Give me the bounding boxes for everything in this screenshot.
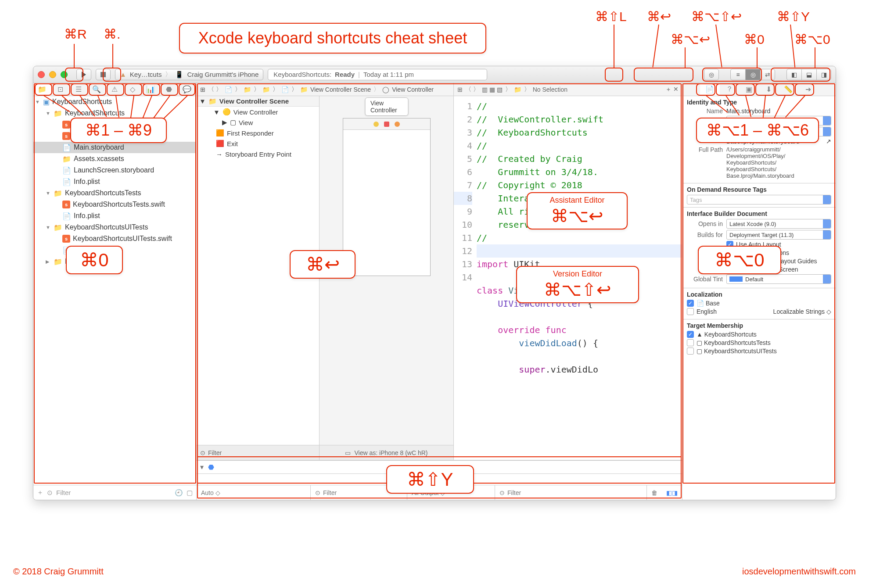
opens-in-dropdown[interactable]: Latest Xcode (9.0) [726,219,831,229]
outline-row[interactable]: ▶▢View [197,117,319,128]
navigator-filter-bar: ＋ ⊙ Filter 🕘 ▢ [33,485,196,500]
tree-row[interactable]: 📁Assets.xcassets [33,153,196,165]
inspector-panel: 📄 ？ ▣ ⬇ 📏 ➜ Identity and Type NameMain.s… [682,83,836,500]
tags-field[interactable]: Tags [687,195,831,204]
tree-row[interactable]: sKeyboardShortcutsTests.swift [33,199,196,210]
navigator-panel: 📁 ⊡ ☰ 🔍 ⚠ ◇ 📊 ⬣ 💬 ▼ ▣ KeyboardShortcuts … [33,83,197,500]
scm-filter-icon[interactable]: ▢ [187,489,193,497]
target-1-checkbox[interactable]: ✓ [687,331,694,338]
footer-copyright: © 2018 Craig Grummitt [13,566,104,577]
canvas-vc-title: View Controller [365,97,408,116]
issue-navigator-tab[interactable]: ⚠ [106,83,124,96]
outline-row[interactable]: ▼🟡View Controller [197,107,319,117]
variables-scope-selector[interactable]: Auto ◇ [201,489,220,496]
zoom-window-icon[interactable] [61,71,68,78]
run-button[interactable] [76,69,91,80]
minimize-window-icon[interactable] [49,71,56,78]
reveal-icon[interactable]: ↗ [826,138,831,145]
ann-std-editor: ⌘↩ [290,250,356,279]
ann-asst: ⌘⌥↩ [671,32,710,47]
debug-navigator-tab[interactable]: 📊 [142,83,160,96]
ann-ver: ⌘⌥⇧↩ [691,9,742,24]
ann-stop-label: ⌘. [104,26,120,42]
ann-assist-editor: Assistant Editor ⌘⌥↩ [527,192,628,229]
size-inspector-tab[interactable]: 📏 [779,83,798,96]
symbol-navigator-tab[interactable]: ☰ [69,83,87,96]
toggle-inspector-button[interactable]: ◨ [816,69,831,80]
breakpoint-navigator-tab[interactable]: ⬣ [160,83,178,96]
report-navigator-tab[interactable]: 💬 [178,83,196,96]
toggle-navigator-button[interactable]: ◧ [786,69,801,80]
filter-icon: ⊙ [315,489,320,496]
ib-bottom-bar: ⊙ Filter ▭ View as: iPhone 8 (wC hR) [197,445,453,460]
plist-icon: 📄 [62,212,71,220]
tree-root[interactable]: ▼ ▣ KeyboardShortcuts [33,96,196,108]
ann-dbg: ⌘⇧Y [777,9,810,24]
trash-icon[interactable]: 🗑 [651,489,657,496]
connections-inspector-tab[interactable]: ➜ [798,83,818,96]
tree-row[interactable]: 📄Main.storyboard [33,142,196,153]
english-localization-checkbox[interactable] [687,308,694,315]
version-editor-button[interactable]: ⇄ [760,69,775,80]
tree-row[interactable]: ▼📁KeyboardShortcutsUITests [33,222,196,233]
view-controller-canvas[interactable]: View Controller [343,118,431,276]
console-filter-input[interactable]: Filter [507,489,521,496]
project-navigator-tree[interactable]: ▼ ▣ KeyboardShortcuts ▼📁KeyboardShortcut… [33,96,196,485]
close-window-icon[interactable] [38,71,45,78]
builds-for-dropdown[interactable]: Deployment Target (11.3) [726,230,831,240]
tree-row[interactable]: 📄Info.plist [33,176,196,187]
help-inspector-tab[interactable]: ？ [720,83,740,96]
source-control-navigator-tab[interactable]: ⊡ [51,83,69,96]
ann-insp-hide: ⌘⌥0 [698,246,781,274]
assistant-editor-button[interactable]: ◎ [745,69,760,80]
page-title: Xcode keyboard shortcuts cheat sheet [179,23,486,54]
ann-nav-tabs: ⌘1 – ⌘9 [70,118,167,143]
base-localization-checkbox[interactable]: ✓ [687,300,694,307]
global-tint-dropdown[interactable]: Default [726,274,831,284]
ann-nav-hide: ⌘0 [66,246,123,274]
outline-row[interactable]: →Storyboard Entry Point [197,149,319,159]
ann-std: ⌘↩ [647,9,671,24]
scheme-app-label: Key…tcuts [130,71,162,78]
device-config-icon[interactable]: ▭ [345,449,351,456]
target-3-checkbox[interactable] [687,348,694,355]
hide-debug-icon[interactable]: ▾ [200,463,204,471]
recent-filter-icon[interactable]: 🕘 [175,489,183,497]
outline-row[interactable]: 🟥Exit [197,138,319,149]
filter-input[interactable]: Filter [56,489,171,496]
outline-filter-input[interactable]: Filter [208,449,222,456]
split-toggle-icon[interactable]: ◧◨ [666,489,678,496]
ib-jump-bar[interactable]: ⊞ 〈 〉 📄〉📁〉📁〉📄〉 📁View Controller Scene 〉 … [197,83,453,96]
tree-row[interactable]: 📄Info.plist [33,210,196,222]
outline-row[interactable]: 🟧First Responder [197,128,319,138]
identity-inspector-tab[interactable]: ▣ [740,83,759,96]
ann-insp0: ⌘⌥0 [794,32,830,47]
add-icon[interactable]: ＋ [37,488,43,497]
attributes-inspector-tab[interactable]: ⬇ [759,83,779,96]
file-name-field[interactable]: Main.storyboard [726,108,831,115]
toggle-debug-button[interactable]: ⬓ [801,69,816,80]
project-navigator-tab[interactable]: 📁 [33,83,51,96]
file-inspector-tab[interactable]: 📄 [700,83,720,96]
target-2-checkbox[interactable] [687,339,694,346]
stop-button[interactable] [96,69,111,80]
navigator-tab-strip: 📁 ⊡ ☰ 🔍 ⚠ ◇ 📊 ⬣ 💬 [33,83,196,96]
tree-row[interactable]: ▼📁KeyboardShortcutsTests [33,187,196,199]
tree-row[interactable]: sKeyboardShortcutsUITests.swift [33,233,196,244]
find-navigator-tab[interactable]: 🔍 [88,83,106,96]
footer-url: iosdevelopmentwithswift.com [742,566,856,577]
tree-row[interactable]: 📄LaunchScreen.storyboard [33,165,196,176]
variables-filter-input[interactable]: Filter [323,489,337,496]
storyboard-icon: 📄 [62,166,71,175]
test-navigator-tab[interactable]: ◇ [124,83,142,96]
activity-status: KeyboardShortcuts: Ready | Today at 1:11… [268,69,487,80]
standard-editor-button[interactable]: ≡ [730,69,745,80]
ann-version-editor: Version Editor ⌘⌥⇧↩ [516,266,639,303]
storyboard-icon: 📄 [62,143,71,152]
assets-icon: 📁 [62,155,71,163]
view-as-label[interactable]: View as: iPhone 8 (wC hR) [354,449,427,456]
breakpoint-toggle-icon[interactable]: ⬣ [208,463,214,471]
code-jump-bar[interactable]: ⊞〈 〉 ▥ ▦ ▧〉📁〉 No Selection ＋ ✕ [454,83,682,96]
scheme-selector[interactable]: ▲ Key…tcuts 〉 📱 Craig Grummitt's iPhone [115,69,263,80]
library-button[interactable]: ◎ [704,69,719,80]
